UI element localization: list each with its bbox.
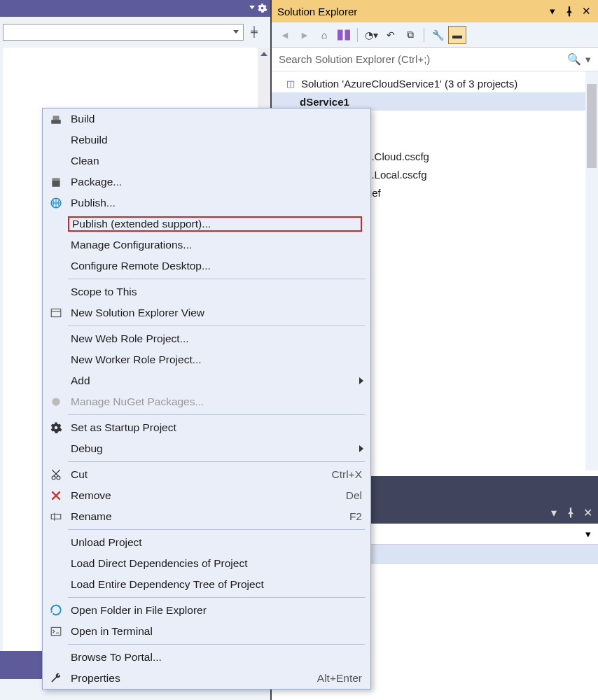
menu-item-rename[interactable]: RenameF2 bbox=[43, 506, 370, 527]
chevron-right-icon bbox=[359, 377, 363, 384]
menu-item-label: Cut bbox=[71, 468, 318, 481]
preview-selected-icon[interactable]: ▬ bbox=[448, 26, 466, 44]
navigation-combo[interactable] bbox=[3, 24, 244, 41]
menu-item-cut[interactable]: CutCtrl+X bbox=[43, 464, 370, 485]
build-icon bbox=[50, 113, 62, 125]
solution-explorer-title: Solution Explorer bbox=[277, 6, 357, 18]
pending-changes-filter-icon[interactable]: ◔▾ bbox=[362, 26, 380, 44]
menu-item-unload-project[interactable]: Unload Project bbox=[43, 532, 370, 553]
menu-item-label: Set as Startup Project bbox=[71, 421, 362, 434]
publish-icon bbox=[50, 197, 62, 209]
menu-separator bbox=[68, 279, 365, 279]
menu-item-label: New Worker Role Project... bbox=[71, 354, 362, 366]
open-folder-icon bbox=[50, 604, 62, 617]
menu-item-label: Package... bbox=[71, 176, 362, 188]
pin-icon[interactable] bbox=[563, 5, 576, 18]
svg-point-10 bbox=[52, 476, 55, 479]
gear-icon[interactable] bbox=[257, 3, 267, 13]
menu-item-debug[interactable]: Debug bbox=[43, 438, 370, 459]
menu-item-manage-configurations[interactable]: Manage Configurations... bbox=[43, 234, 370, 255]
menu-item-publish[interactable]: Publish... bbox=[43, 192, 370, 214]
switch-views-icon[interactable] bbox=[335, 26, 353, 44]
project-label: dService1 bbox=[300, 96, 349, 108]
svg-rect-16 bbox=[51, 514, 61, 519]
menu-item-add[interactable]: Add bbox=[43, 370, 370, 391]
solution-explorer-titlebar[interactable]: Solution Explorer ▾ ✕ bbox=[272, 0, 598, 22]
menu-item-label: Debug bbox=[71, 442, 362, 455]
svg-line-13 bbox=[52, 470, 58, 476]
menu-item-package[interactable]: Package... bbox=[43, 172, 370, 192]
menu-item-configure-remote-desktop[interactable]: Configure Remote Desktop... bbox=[43, 255, 370, 276]
menu-separator bbox=[68, 644, 365, 645]
sync-icon[interactable]: ↶ bbox=[382, 26, 400, 44]
menu-item-new-solution-explorer-view[interactable]: New Solution Explorer View bbox=[43, 302, 370, 323]
menu-item-label: Unload Project bbox=[71, 536, 362, 549]
solution-icon: ◫ bbox=[284, 77, 297, 90]
close-icon[interactable]: ✕ bbox=[580, 5, 592, 18]
chevron-right-icon bbox=[359, 445, 363, 452]
properties-icon[interactable]: 🔧 bbox=[429, 26, 447, 44]
menu-shortcut: Del bbox=[346, 489, 362, 502]
svg-rect-5 bbox=[52, 178, 60, 180]
menu-item-open-in-terminal[interactable]: Open in Terminal bbox=[43, 621, 370, 642]
menu-item-rebuild[interactable]: Rebuild bbox=[43, 130, 370, 150]
menu-item-browse-to-portal[interactable]: Browse To Portal... bbox=[43, 647, 370, 668]
wrench-icon bbox=[50, 672, 62, 685]
scroll-up-icon[interactable] bbox=[258, 48, 270, 60]
menu-shortcut: Ctrl+X bbox=[332, 468, 363, 481]
back-icon[interactable]: ◄ bbox=[276, 26, 294, 44]
menu-item-scope-to-this[interactable]: Scope to This bbox=[43, 281, 370, 302]
menu-item-label: Scope to This bbox=[71, 286, 362, 298]
window-position-icon[interactable]: ▾ bbox=[546, 5, 559, 18]
remove-icon bbox=[50, 489, 62, 502]
menu-item-set-as-startup-project[interactable]: Set as Startup Project bbox=[43, 417, 370, 438]
menu-item-new-web-role-project[interactable]: New Web Role Project... bbox=[43, 328, 370, 349]
menu-item-label: Open in Terminal bbox=[71, 625, 362, 638]
menu-item-properties[interactable]: PropertiesAlt+Enter bbox=[43, 668, 370, 689]
menu-separator bbox=[68, 414, 365, 415]
menu-item-new-worker-role-project[interactable]: New Worker Role Project... bbox=[43, 349, 370, 370]
split-view-icon[interactable]: ╪ bbox=[246, 24, 262, 39]
terminal-icon bbox=[50, 625, 62, 638]
menu-item-load-direct-dependencies-of-project[interactable]: Load Direct Dependencies of Project bbox=[43, 553, 370, 574]
close-icon[interactable]: ✕ bbox=[581, 506, 594, 519]
chevron-down-icon bbox=[233, 30, 239, 34]
pin-icon[interactable] bbox=[564, 506, 577, 519]
menu-item-label: Open Folder in File Explorer bbox=[71, 604, 362, 617]
menu-separator bbox=[68, 529, 365, 530]
menu-item-publish-extended-support[interactable]: Publish (extended support)... bbox=[43, 214, 370, 234]
home-icon[interactable]: ⌂ bbox=[315, 26, 333, 44]
svg-rect-4 bbox=[52, 181, 60, 187]
svg-line-12 bbox=[54, 470, 60, 476]
menu-item-label: Build bbox=[71, 113, 362, 125]
svg-point-11 bbox=[57, 476, 60, 479]
menu-item-label: Clean bbox=[71, 155, 362, 167]
cut-icon bbox=[50, 468, 62, 481]
menu-item-remove[interactable]: RemoveDel bbox=[43, 485, 370, 506]
window-position-icon[interactable]: ▾ bbox=[548, 506, 560, 519]
menu-item-label: Publish (extended support)... bbox=[68, 216, 362, 232]
window-menu-arrow[interactable] bbox=[249, 6, 255, 9]
solution-explorer-scrollbar[interactable] bbox=[585, 71, 598, 470]
solution-node[interactable]: ◫ Solution 'AzureCloudService1' (3 of 3 … bbox=[272, 74, 598, 92]
new-view-icon bbox=[50, 307, 62, 319]
scrollbar-thumb[interactable] bbox=[587, 84, 597, 168]
menu-item-open-folder-in-file-explorer[interactable]: Open Folder in File Explorer bbox=[43, 600, 370, 621]
menu-item-label: Publish... bbox=[71, 197, 362, 209]
search-dropdown-icon[interactable]: ▾ bbox=[585, 53, 591, 66]
nuget-icon bbox=[50, 396, 62, 408]
menu-item-clean[interactable]: Clean bbox=[43, 150, 370, 172]
menu-item-build[interactable]: Build bbox=[43, 108, 370, 130]
solution-explorer-search[interactable]: Search Solution Explorer (Ctrl+;) 🔍 ▾ bbox=[272, 48, 598, 71]
svg-rect-2 bbox=[51, 120, 61, 124]
menu-item-load-entire-dependency-tree-of-project[interactable]: Load Entire Dependency Tree of Project bbox=[43, 574, 370, 595]
menu-item-label: New Solution Explorer View bbox=[71, 307, 362, 319]
menu-item-manage-nuget-packages: Manage NuGet Packages... bbox=[43, 391, 370, 412]
forward-icon[interactable]: ► bbox=[295, 26, 314, 44]
collapse-all-icon[interactable]: ⧉ bbox=[401, 26, 419, 44]
menu-shortcut: F2 bbox=[349, 510, 362, 523]
menu-separator bbox=[68, 326, 365, 326]
menu-item-label: Configure Remote Desktop... bbox=[71, 260, 362, 272]
package-icon bbox=[50, 176, 62, 188]
rename-icon bbox=[50, 510, 62, 523]
